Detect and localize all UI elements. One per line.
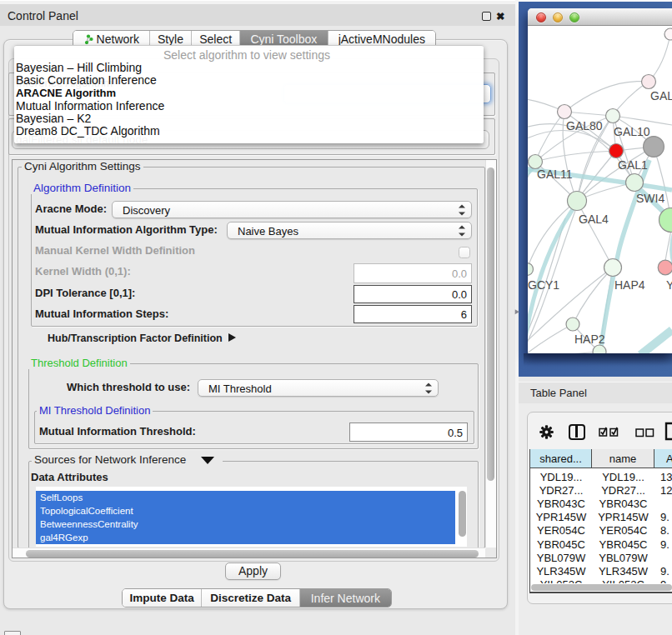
data-attribute-item[interactable]: SelfLoops bbox=[36, 491, 455, 504]
network-node-gal10[interactable] bbox=[606, 109, 620, 123]
network-node-label: YEL bbox=[666, 278, 672, 292]
network-edge[interactable] bbox=[577, 201, 613, 268]
algorithm-option[interactable]: Bayesian – Hill Climbing bbox=[16, 62, 482, 74]
network-node-gal4[interactable] bbox=[568, 192, 587, 211]
table-cell: YBR045C bbox=[592, 538, 654, 552]
combo-arrows-icon bbox=[459, 224, 465, 237]
table-row[interactable]: YDR27...YDR27...12 bbox=[530, 484, 672, 498]
network-edge-thick[interactable] bbox=[640, 330, 672, 353]
node-table[interactable]: shared...nameAYDL19...YDL19...13YDR27...… bbox=[529, 449, 672, 592]
table-row[interactable]: YPR145WYPR145W9. bbox=[530, 511, 672, 524]
table-column-header[interactable]: shared... bbox=[530, 449, 592, 468]
hub-definition-label: Hub/Transcription Factor Definition bbox=[48, 332, 223, 344]
settings-vscrollbar-thumb[interactable] bbox=[487, 168, 494, 481]
table-row[interactable]: YLR345WYLR345W9. bbox=[530, 565, 672, 578]
data-attributes-list[interactable]: SelfLoopsTopologicalCoefficientBetweenne… bbox=[36, 487, 467, 547]
network-node[interactable] bbox=[664, 28, 672, 40]
network-edge[interactable] bbox=[535, 112, 564, 162]
float-window-icon[interactable] bbox=[482, 12, 491, 21]
table-column-header[interactable]: name bbox=[592, 449, 654, 468]
table-row[interactable]: YBR045CYBR045C9. bbox=[530, 538, 672, 552]
manual-kernel-checkbox[interactable] bbox=[459, 247, 470, 258]
algorithm-option[interactable]: Bayesian – K2 bbox=[16, 112, 482, 125]
network-node-gal1[interactable] bbox=[609, 144, 624, 158]
close-icon[interactable]: ✖ bbox=[496, 10, 504, 22]
network-node-yel[interactable] bbox=[658, 260, 672, 275]
dpi-tolerance-field[interactable]: 0.0 bbox=[354, 285, 472, 303]
data-attribute-item[interactable]: gal4RGexp bbox=[36, 531, 455, 544]
table-cell: YDL19... bbox=[530, 471, 592, 484]
network-window-titlebar[interactable] bbox=[528, 8, 672, 26]
aracne-mode-value: Discovery bbox=[123, 205, 170, 216]
gear-icon[interactable] bbox=[539, 425, 554, 439]
network-node-label: GAL1 bbox=[618, 158, 648, 172]
list-vertical-scrollbar[interactable] bbox=[459, 491, 466, 537]
table-cell: 8. bbox=[654, 524, 672, 538]
network-node-gcy1[interactable] bbox=[528, 263, 534, 276]
algorithm-option[interactable]: Basic Correlation Inference bbox=[16, 74, 482, 87]
table-cell: YLR345W bbox=[592, 565, 654, 578]
network-node-label: HAP4 bbox=[614, 278, 645, 292]
data-attribute-item[interactable]: TopologicalCoefficient bbox=[36, 504, 455, 518]
network-node-hap4[interactable] bbox=[604, 259, 622, 277]
network-edge[interactable] bbox=[535, 151, 616, 162]
mi-threshold-field[interactable]: 0.5 bbox=[349, 422, 468, 442]
document-icon[interactable] bbox=[664, 422, 672, 441]
checked-pair-icon[interactable] bbox=[599, 427, 619, 437]
collapse-arrow-icon[interactable] bbox=[201, 457, 214, 464]
tab-label: Select bbox=[199, 32, 232, 46]
mi-type-value: Naive Bayes bbox=[238, 226, 298, 237]
table-row[interactable]: YBL079WYBL079W bbox=[530, 552, 672, 565]
network-node[interactable] bbox=[644, 137, 664, 158]
apply-button[interactable]: Apply bbox=[225, 562, 281, 580]
mi-steps-field[interactable]: 6 bbox=[354, 305, 472, 323]
bottom-tab-discretize-data[interactable]: Discretize Data bbox=[202, 589, 299, 607]
table-cell: YER054C bbox=[530, 524, 592, 538]
network-edge[interactable] bbox=[649, 34, 670, 82]
bottom-tab-impute-data[interactable]: Impute Data bbox=[123, 589, 202, 607]
window-close-icon[interactable] bbox=[536, 12, 546, 22]
table-cell: YBR043C bbox=[530, 498, 592, 511]
kernel-width-field[interactable]: 0.0 bbox=[354, 263, 472, 283]
table-row[interactable]: YER054CYER054C8. bbox=[530, 524, 672, 538]
table-cell: 9. bbox=[654, 565, 672, 578]
table-row[interactable]: YDL19...YDL19...13 bbox=[530, 471, 672, 484]
bottom-tab-infer-network[interactable]: Infer Network bbox=[300, 589, 391, 607]
table-cell: 12 bbox=[654, 484, 672, 498]
aracne-mode-combobox[interactable]: Discovery bbox=[112, 201, 472, 218]
network-node[interactable] bbox=[593, 345, 606, 353]
mi-threshold-title: MI Threshold Definition bbox=[37, 405, 153, 417]
hide-panel-button[interactable] bbox=[4, 631, 21, 635]
data-attribute-item[interactable]: BetweennessCentrality bbox=[36, 518, 455, 531]
unchecked-pair-icon[interactable] bbox=[635, 428, 654, 438]
network-node-gal7[interactable] bbox=[642, 75, 656, 89]
table-column-header[interactable]: A bbox=[654, 449, 672, 468]
table-hscrollbar-thumb[interactable] bbox=[531, 584, 672, 591]
table-row[interactable]: YBR043CYBR043C bbox=[530, 498, 672, 511]
network-node-hap2[interactable] bbox=[566, 318, 579, 331]
mi-steps-label: Mutual Information Steps: bbox=[35, 308, 168, 320]
network-node-gal11[interactable] bbox=[529, 155, 543, 169]
table-cell bbox=[654, 498, 672, 511]
tab-label: Network bbox=[97, 32, 139, 46]
network-canvas[interactable]: GAL7GAL80GAL10GAL1GAL11SWI4GAL4GCY1HAP4Y… bbox=[528, 26, 672, 353]
expand-arrow-icon[interactable] bbox=[228, 333, 236, 342]
window-zoom-icon[interactable] bbox=[569, 12, 579, 22]
algorithm-option[interactable]: Dream8 DC_TDC Algorithm bbox=[16, 125, 482, 138]
algorithm-option[interactable]: Mutual Information Inference bbox=[16, 100, 482, 112]
which-threshold-combobox[interactable]: MI Threshold bbox=[198, 379, 439, 397]
network-node-swi4[interactable] bbox=[626, 174, 644, 192]
network-edge[interactable] bbox=[564, 82, 649, 112]
table-cell: YDL19... bbox=[592, 471, 654, 484]
settings-hscrollbar-thumb[interactable] bbox=[26, 550, 479, 558]
control-panel-title: Control Panel bbox=[8, 9, 78, 22]
network-tab-icon bbox=[83, 34, 93, 44]
combo-arrows-icon bbox=[425, 382, 432, 394]
columns-icon[interactable] bbox=[569, 424, 585, 440]
network-node-gal80[interactable] bbox=[558, 105, 572, 119]
table-cell: YBL079W bbox=[530, 552, 592, 565]
algorithm-option[interactable]: ARACNE Algorithm bbox=[16, 87, 482, 99]
mi-type-combobox[interactable]: Naive Bayes bbox=[227, 222, 472, 239]
window-minimize-icon[interactable] bbox=[553, 12, 563, 22]
network-edge[interactable] bbox=[528, 324, 573, 353]
